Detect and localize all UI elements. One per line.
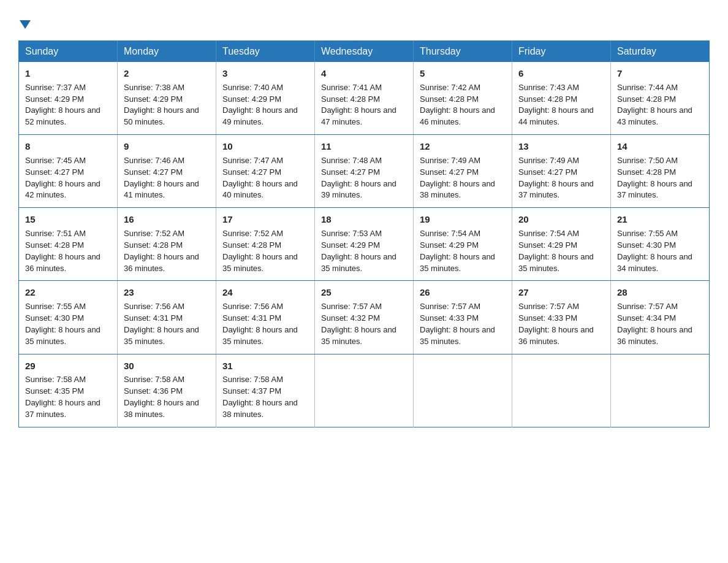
calendar-week-5: 29Sunrise: 7:58 AMSunset: 4:35 PMDayligh… (19, 354, 710, 427)
sunset-text: Sunset: 4:28 PM (124, 240, 183, 250)
calendar-week-3: 15Sunrise: 7:51 AMSunset: 4:28 PMDayligh… (19, 208, 710, 281)
calendar-week-4: 22Sunrise: 7:55 AMSunset: 4:30 PMDayligh… (19, 281, 710, 354)
daylight-text: Daylight: 8 hours and 36 minutes. (25, 252, 100, 273)
day-number: 6 (518, 67, 604, 80)
daylight-text: Daylight: 8 hours and 37 minutes. (25, 398, 100, 419)
sunrise-text: Sunrise: 7:57 AM (617, 302, 678, 311)
calendar-cell: 17Sunrise: 7:52 AMSunset: 4:28 PMDayligh… (216, 208, 315, 281)
sunset-text: Sunset: 4:36 PM (124, 386, 183, 396)
daylight-text: Daylight: 8 hours and 35 minutes. (321, 325, 396, 346)
calendar-cell: 21Sunrise: 7:55 AMSunset: 4:30 PMDayligh… (611, 208, 710, 281)
day-header-thursday: Thursday (414, 41, 512, 63)
sunset-text: Sunset: 4:28 PM (617, 94, 676, 104)
calendar-cell: 6Sunrise: 7:43 AMSunset: 4:28 PMDaylight… (512, 62, 611, 135)
sunset-text: Sunset: 4:28 PM (617, 167, 676, 177)
sunset-text: Sunset: 4:27 PM (420, 167, 479, 177)
day-number: 17 (222, 213, 308, 226)
day-number: 29 (25, 359, 111, 373)
sunrise-text: Sunrise: 7:58 AM (222, 375, 283, 384)
calendar-cell: 25Sunrise: 7:57 AMSunset: 4:32 PMDayligh… (315, 281, 414, 354)
calendar-cell: 3Sunrise: 7:40 AMSunset: 4:29 PMDaylight… (216, 62, 315, 135)
sunrise-text: Sunrise: 7:38 AM (124, 83, 184, 92)
calendar-cell: 31Sunrise: 7:58 AMSunset: 4:37 PMDayligh… (216, 354, 315, 427)
daylight-text: Daylight: 8 hours and 35 minutes. (124, 325, 199, 346)
daylight-text: Daylight: 8 hours and 38 minutes. (420, 179, 495, 200)
calendar-cell: 19Sunrise: 7:54 AMSunset: 4:29 PMDayligh… (414, 208, 512, 281)
sunset-text: Sunset: 4:27 PM (222, 167, 281, 177)
sunset-text: Sunset: 4:30 PM (617, 240, 676, 250)
calendar-cell: 18Sunrise: 7:53 AMSunset: 4:29 PMDayligh… (315, 208, 414, 281)
sunrise-text: Sunrise: 7:54 AM (420, 229, 480, 238)
sunrise-text: Sunrise: 7:52 AM (124, 229, 184, 238)
day-number: 11 (321, 140, 407, 153)
sunrise-text: Sunrise: 7:47 AM (222, 156, 283, 165)
sunrise-text: Sunrise: 7:42 AM (420, 83, 480, 92)
calendar-cell: 13Sunrise: 7:49 AMSunset: 4:27 PMDayligh… (512, 135, 611, 208)
sunrise-text: Sunrise: 7:56 AM (222, 302, 283, 311)
logo (18, 12, 31, 31)
calendar-cell: 30Sunrise: 7:58 AMSunset: 4:36 PMDayligh… (118, 354, 216, 427)
sunset-text: Sunset: 4:29 PM (124, 94, 183, 104)
day-number: 9 (124, 140, 210, 153)
day-number: 31 (222, 359, 308, 373)
sunset-text: Sunset: 4:27 PM (25, 167, 84, 177)
daylight-text: Daylight: 8 hours and 35 minutes. (222, 252, 298, 273)
calendar-cell: 20Sunrise: 7:54 AMSunset: 4:29 PMDayligh… (512, 208, 611, 281)
calendar-cell: 2Sunrise: 7:38 AMSunset: 4:29 PMDaylight… (118, 62, 216, 135)
sunset-text: Sunset: 4:29 PM (321, 240, 380, 250)
day-number: 12 (420, 140, 506, 153)
sunrise-text: Sunrise: 7:51 AM (25, 229, 86, 238)
daylight-text: Daylight: 8 hours and 42 minutes. (25, 179, 100, 200)
sunset-text: Sunset: 4:28 PM (222, 240, 281, 250)
day-number: 23 (124, 286, 210, 299)
daylight-text: Daylight: 8 hours and 40 minutes. (222, 179, 298, 200)
daylight-text: Daylight: 8 hours and 36 minutes. (617, 325, 692, 346)
daylight-text: Daylight: 8 hours and 52 minutes. (25, 105, 100, 126)
sunset-text: Sunset: 4:28 PM (321, 94, 380, 104)
sunrise-text: Sunrise: 7:50 AM (617, 156, 678, 165)
daylight-text: Daylight: 8 hours and 49 minutes. (222, 105, 298, 126)
sunrise-text: Sunrise: 7:58 AM (124, 375, 184, 384)
day-header-sunday: Sunday (19, 41, 118, 63)
calendar-cell: 16Sunrise: 7:52 AMSunset: 4:28 PMDayligh… (118, 208, 216, 281)
daylight-text: Daylight: 8 hours and 43 minutes. (617, 105, 692, 126)
sunset-text: Sunset: 4:28 PM (420, 94, 479, 104)
daylight-text: Daylight: 8 hours and 47 minutes. (321, 105, 396, 126)
sunset-text: Sunset: 4:31 PM (124, 313, 183, 323)
sunrise-text: Sunrise: 7:52 AM (222, 229, 283, 238)
daylight-text: Daylight: 8 hours and 37 minutes. (617, 179, 692, 200)
day-header-wednesday: Wednesday (315, 41, 414, 63)
daylight-text: Daylight: 8 hours and 38 minutes. (222, 398, 298, 419)
day-number: 3 (222, 67, 308, 80)
daylight-text: Daylight: 8 hours and 34 minutes. (617, 252, 692, 273)
calendar-cell (512, 354, 611, 427)
sunset-text: Sunset: 4:31 PM (222, 313, 281, 323)
sunset-text: Sunset: 4:34 PM (617, 313, 676, 323)
calendar-cell (414, 354, 512, 427)
sunrise-text: Sunrise: 7:41 AM (321, 83, 382, 92)
calendar-cell: 27Sunrise: 7:57 AMSunset: 4:33 PMDayligh… (512, 281, 611, 354)
calendar-table: SundayMondayTuesdayWednesdayThursdayFrid… (18, 40, 710, 427)
sunset-text: Sunset: 4:37 PM (222, 386, 281, 396)
sunset-text: Sunset: 4:29 PM (420, 240, 479, 250)
day-number: 15 (25, 213, 111, 226)
calendar-cell (315, 354, 414, 427)
day-number: 26 (420, 286, 506, 299)
sunrise-text: Sunrise: 7:44 AM (617, 83, 678, 92)
sunrise-text: Sunrise: 7:58 AM (25, 375, 86, 384)
sunset-text: Sunset: 4:28 PM (518, 94, 577, 104)
sunrise-text: Sunrise: 7:49 AM (420, 156, 480, 165)
calendar-cell: 23Sunrise: 7:56 AMSunset: 4:31 PMDayligh… (118, 281, 216, 354)
daylight-text: Daylight: 8 hours and 44 minutes. (518, 105, 594, 126)
day-header-tuesday: Tuesday (216, 41, 315, 63)
day-number: 8 (25, 140, 111, 153)
sunrise-text: Sunrise: 7:57 AM (321, 302, 382, 311)
sunrise-text: Sunrise: 7:37 AM (25, 83, 86, 92)
calendar-cell: 1Sunrise: 7:37 AMSunset: 4:29 PMDaylight… (19, 62, 118, 135)
sunset-text: Sunset: 4:27 PM (321, 167, 380, 177)
sunrise-text: Sunrise: 7:54 AM (518, 229, 579, 238)
day-header-saturday: Saturday (611, 41, 710, 63)
day-number: 25 (321, 286, 407, 299)
day-number: 2 (124, 67, 210, 80)
sunrise-text: Sunrise: 7:55 AM (25, 302, 86, 311)
